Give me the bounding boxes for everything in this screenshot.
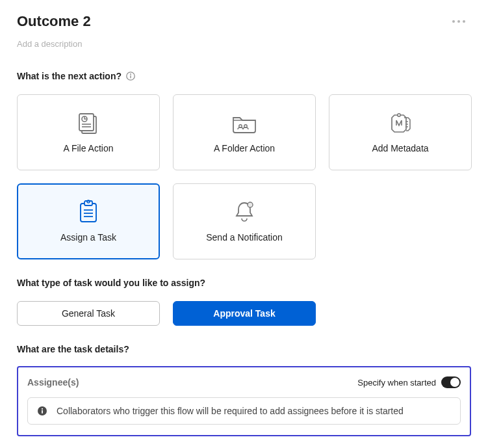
svg-point-25 xyxy=(42,408,43,410)
more-menu-button[interactable] xyxy=(446,17,471,26)
action-label-folder: A Folder Action xyxy=(214,143,275,153)
task-type-label: What type of task would you like to assi… xyxy=(17,278,471,288)
assignee-label: Assignee(s) xyxy=(27,377,79,388)
folder-action-icon xyxy=(231,112,257,134)
tasktype-general-button[interactable]: General Task xyxy=(17,301,160,326)
page-title: Outcome 2 xyxy=(17,13,91,30)
specify-when-started-label: Specify when started xyxy=(357,378,436,388)
svg-point-23 xyxy=(248,202,253,207)
metadata-icon xyxy=(387,112,413,134)
task-details-label: What are the task details? xyxy=(17,344,471,354)
action-card-notification[interactable]: Send a Notification xyxy=(173,183,316,259)
svg-point-1 xyxy=(457,20,460,23)
file-action-icon xyxy=(76,112,101,134)
action-label-file: A File Action xyxy=(63,143,113,153)
svg-rect-26 xyxy=(42,410,43,414)
svg-point-13 xyxy=(398,113,400,116)
svg-point-0 xyxy=(452,20,455,23)
action-card-metadata[interactable]: Add Metadata xyxy=(329,94,472,170)
info-icon[interactable] xyxy=(125,71,136,81)
task-details-panel: Assignee(s) Specify when started Collabo… xyxy=(17,366,471,436)
action-card-folder[interactable]: A Folder Action xyxy=(173,94,316,170)
action-label-task: Assign a Task xyxy=(60,232,116,243)
tasktype-approval-button[interactable]: Approval Task xyxy=(173,301,316,326)
assignee-info-banner: Collaborators who trigger this flow will… xyxy=(27,397,461,425)
action-card-assign-task[interactable]: Assign a Task xyxy=(17,183,160,259)
action-label-metadata: Add Metadata xyxy=(372,143,428,153)
assign-task-icon xyxy=(77,201,99,223)
specify-when-started-toggle[interactable] xyxy=(441,376,461,388)
svg-point-4 xyxy=(130,73,131,75)
next-action-label: What is the next action? xyxy=(17,71,471,81)
svg-rect-7 xyxy=(79,114,94,131)
description-input[interactable]: Add a description xyxy=(17,39,471,49)
notification-icon xyxy=(233,201,255,223)
action-card-file[interactable]: A File Action xyxy=(17,94,160,170)
assignee-info-text: Collaborators who trigger this flow will… xyxy=(57,406,404,416)
next-action-text: What is the next action? xyxy=(17,71,122,81)
info-icon xyxy=(37,406,47,416)
svg-rect-17 xyxy=(81,204,96,222)
action-label-notify: Send a Notification xyxy=(206,232,283,243)
svg-point-2 xyxy=(463,20,465,23)
svg-rect-5 xyxy=(130,75,131,79)
